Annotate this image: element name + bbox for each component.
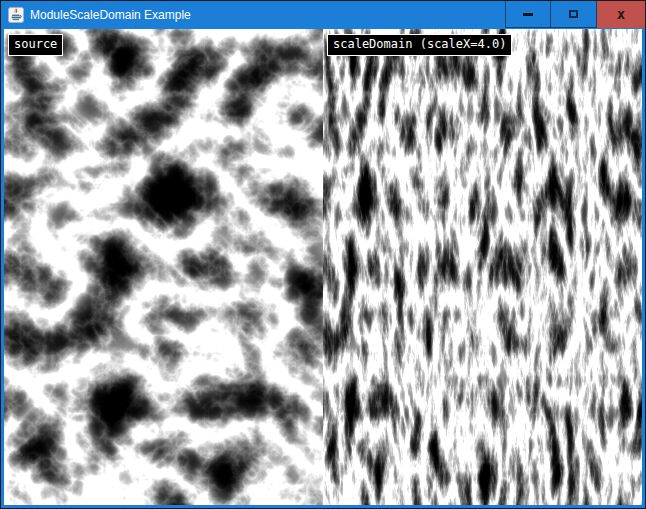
scaledomain-noise-image [323,29,642,505]
source-label: source [8,34,63,56]
maximize-button[interactable] [551,1,597,28]
close-icon: x [617,7,625,21]
render-area: source scaleDomain (scaleX=4.0) [4,29,642,505]
source-panel: source [4,29,323,505]
minimize-button[interactable] [505,1,551,28]
scaledomain-label: scaleDomain (scaleX=4.0) [327,34,512,56]
minimize-icon [523,13,533,16]
scaledomain-panel: scaleDomain (scaleX=4.0) [323,29,642,505]
java-coffee-cup-icon [8,7,24,23]
maximize-icon [569,10,578,18]
window-controls: x [505,1,645,28]
close-button[interactable]: x [597,1,645,28]
titlebar[interactable]: ModuleScaleDomain Example x [1,1,645,28]
window-title: ModuleScaleDomain Example [30,8,505,22]
source-noise-image [4,29,323,505]
app-window: ModuleScaleDomain Example x source scale… [0,0,646,509]
